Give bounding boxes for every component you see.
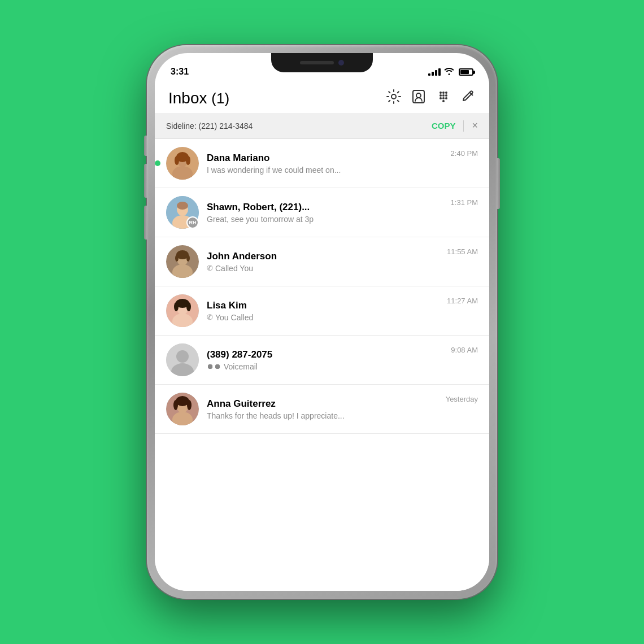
svg-point-43 [173,400,178,410]
list-item[interactable]: Anna Guiterrez Thanks for the heads up! … [155,385,489,434]
contact-name: John Anderson [207,251,442,262]
svg-point-28 [175,255,179,262]
battery-icon [459,68,473,76]
message-time: 1:31 PM [451,198,478,207]
avatar [166,343,199,376]
message-preview: I was wondering if we could meet on... [207,166,446,175]
conversation-info: Shawn, Robert, (221)... Great, see you t… [207,202,446,224]
phone-device: 3:31 [147,45,497,599]
inbox-label: Inbox [168,89,207,107]
svg-point-37 [176,350,189,363]
sideline-number: Sideline: (221) 214-3484 [166,121,432,130]
call-icon: ✆ [207,264,213,272]
signal-bar-4 [438,68,441,76]
svg-rect-1 [413,90,424,103]
wifi-icon [444,67,454,77]
list-item[interactable]: Lisa Kim ✆ You Called 11:27 AM [155,286,489,336]
unread-count-badge: (1) [211,90,229,107]
svg-point-9 [440,97,442,99]
copy-button[interactable]: COPY [432,121,456,130]
app-header: Inbox (1) [155,81,489,113]
call-icon: ✆ [207,313,213,321]
phone-screen: 3:31 [155,53,489,591]
contact-name: Dana Mariano [207,153,446,164]
group-badge: RH [186,216,199,229]
sideline-banner: Sideline: (221) 214-3484 COPY × [155,113,489,139]
front-camera [338,60,344,66]
close-banner-button[interactable]: × [472,120,478,132]
conversation-info: John Anderson ✆ Called You [207,251,442,273]
contact-name: Lisa Kim [207,300,442,311]
signal-bars [428,68,441,76]
message-time: 11:55 AM [447,247,478,256]
dialpad-icon[interactable] [436,89,451,107]
svg-point-44 [187,400,192,410]
svg-point-11 [445,97,447,99]
battery-fill [460,70,469,74]
contact-name: (389) 287-2075 [207,349,446,360]
message-preview: ⏺⏺ Voicemail [207,362,446,371]
svg-point-23 [177,202,188,210]
volume-down-button[interactable] [144,206,147,240]
volume-up-button[interactable] [144,164,147,198]
voicemail-icon: ⏺⏺ [207,362,221,371]
message-time: 2:40 PM [451,149,478,158]
svg-point-7 [442,94,445,97]
header-icons [386,89,476,107]
avatar-wrapper [166,343,199,376]
volume-mute-button[interactable] [144,136,147,156]
message-preview: ✆ You Called [207,313,442,322]
message-time: 11:27 AM [447,297,478,305]
avatar [166,393,199,425]
svg-point-8 [445,94,447,97]
page-title: Inbox (1) [168,89,229,107]
list-item[interactable]: RH Shawn, Robert, (221)... Great, see yo… [155,188,489,237]
contacts-icon[interactable] [411,89,426,107]
conversation-info: (389) 287-2075 ⏺⏺ Voicemail [207,349,446,371]
message-time: Yesterday [446,395,478,403]
svg-point-35 [186,302,191,311]
speaker [300,61,334,64]
svg-point-10 [442,97,445,99]
avatar [166,147,199,180]
unread-indicator [155,160,160,166]
message-time: 9:08 AM [451,346,478,354]
banner-divider [463,120,464,132]
avatar-wrapper: RH [166,196,199,229]
conversation-list: Dana Mariano I was wondering if we could… [155,139,489,591]
svg-point-2 [416,93,421,98]
avatar-wrapper [166,393,199,425]
app-content: Inbox (1) [155,81,489,591]
conversation-info: Anna Guiterrez Thanks for the heads up! … [207,398,441,420]
svg-point-19 [186,156,190,165]
status-time: 3:31 [171,67,189,77]
list-item[interactable]: Dana Mariano I was wondering if we could… [155,139,489,188]
power-button[interactable] [497,158,500,209]
svg-point-6 [440,94,442,97]
status-icons [428,67,473,77]
compose-icon[interactable] [461,89,476,107]
signal-bar-3 [435,70,437,76]
message-preview: Great, see you tomorrow at 3p [207,215,446,224]
svg-point-12 [442,100,445,102]
avatar [166,245,199,278]
signal-bar-2 [432,72,434,76]
svg-point-29 [186,255,190,262]
contact-name: Anna Guiterrez [207,398,441,410]
conversation-info: Lisa Kim ✆ You Called [207,300,442,322]
avatar [166,294,199,327]
list-item[interactable]: (389) 287-2075 ⏺⏺ Voicemail 9:08 AM [155,336,489,385]
svg-point-18 [175,156,179,165]
avatar-wrapper [166,294,199,327]
svg-point-4 [442,92,445,94]
message-preview: ✆ Called You [207,264,442,273]
settings-icon[interactable] [386,89,401,107]
svg-point-34 [174,302,179,311]
conversation-info: Dana Mariano I was wondering if we could… [207,153,446,175]
avatar-wrapper [166,147,199,180]
list-item[interactable]: John Anderson ✆ Called You 11:55 AM [155,237,489,286]
avatar-wrapper [166,245,199,278]
svg-point-3 [440,92,442,94]
svg-point-5 [445,92,447,94]
svg-point-0 [391,94,396,99]
